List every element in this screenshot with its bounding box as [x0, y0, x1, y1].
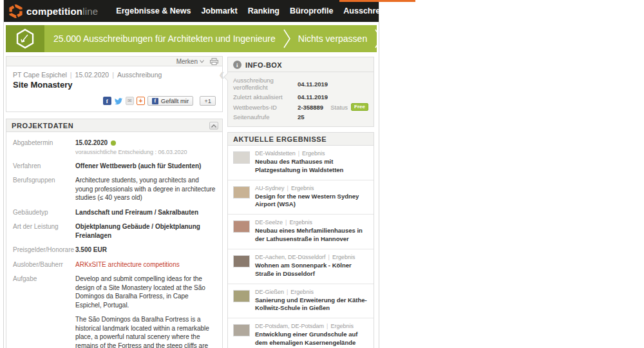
info-value: 2-358889	[298, 104, 323, 111]
result-title: Neubau eines Mehrfamilienhauses in der L…	[255, 227, 368, 244]
field-link[interactable]: ARKxSITE architecture competitions	[75, 260, 180, 269]
result-thumbnail	[233, 151, 250, 164]
result-text: DE-Waldstetten|Ergebnis Neubau des Ratha…	[255, 150, 368, 175]
facebook-icon: f	[152, 98, 158, 104]
project-data-row: Verfahren Offener Wettbewerb (auch für S…	[13, 162, 216, 171]
field-label: Gebäudetyp	[13, 208, 75, 217]
email-share-icon[interactable]: ✉	[126, 97, 134, 105]
results-header: AKTUELLE ERGEBNISSE	[228, 133, 374, 146]
result-tag: Ergebnis	[290, 289, 314, 295]
result-thumbnail	[233, 324, 250, 336]
field-label: Verfahren	[13, 162, 75, 171]
nav-item[interactable]: Jobmarkt	[196, 0, 242, 22]
chevron-separator-icon	[283, 29, 290, 48]
field-label: Berufsgruppen	[13, 176, 75, 202]
field-value: Offener Wettbewerb (auch für Studenten)	[75, 162, 216, 171]
result-text: DE-Gießen|Ergebnis Sanierung und Erweite…	[255, 289, 368, 313]
status-label: Status	[330, 104, 348, 111]
result-thumbnail	[233, 255, 250, 267]
addthis-share-icon[interactable]: +	[137, 97, 145, 105]
project-data-row: Abgabetermin 15.02.2020 voraussichtliche…	[13, 139, 216, 156]
social-share-row: f ✉ + f Gefällt mir +1	[13, 96, 216, 106]
promo-banner: 25.000 Ausschreibungen für Architekten u…	[6, 25, 377, 52]
result-meta: AU-Sydney|Ergebnis	[255, 185, 368, 191]
result-list-item[interactable]: DE-Gießen|Ergebnis Sanierung und Erweite…	[228, 284, 374, 319]
status-badge: Free	[351, 103, 368, 111]
projektdaten-title: PROJEKTDATEN	[12, 122, 73, 130]
result-title: Design for the new Western Sydney Airpor…	[255, 193, 368, 209]
brand-logo[interactable]: competitionline	[4, 0, 104, 22]
info-box-header: i INFO-BOX	[228, 57, 374, 72]
info-box-title: INFO-BOX	[245, 61, 282, 69]
project-data-row: Aufgabe Develop and submit compelling id…	[13, 275, 216, 348]
field-value: Develop and submit compelling ideas for …	[75, 275, 216, 348]
result-text: DE-Aachen, DE-Düsseldorf|Ergebnis Wohnen…	[255, 254, 368, 278]
project-data-row: Preisgelder/Honorare 3.500 EUR	[13, 246, 216, 255]
breadcrumb-type: Ausschreibung	[117, 71, 162, 79]
nav-item[interactable]: Ergebnisse & News	[111, 0, 196, 22]
field-text: 3.500 EUR	[75, 246, 107, 253]
nav-item-label: Jobmarkt	[201, 6, 237, 15]
result-thumbnail	[233, 290, 250, 302]
result-list-item[interactable]: DE-Waldstetten|Ergebnis Neubau des Ratha…	[228, 146, 374, 180]
printer-icon[interactable]	[210, 58, 218, 65]
info-label: Wettbewerbs-ID	[233, 104, 298, 111]
nav-item[interactable]: Ausschreibungen	[338, 0, 417, 22]
projektdaten-card: PROJEKTDATEN Abgabetermin 15.02.2020 vor…	[6, 119, 223, 348]
nav-item[interactable]: Ranking	[243, 0, 285, 22]
hexagon-logo-icon	[9, 5, 23, 18]
result-list-item[interactable]: DE-Aachen, DE-Düsseldorf|Ergebnis Wohnen…	[228, 249, 374, 284]
deadline-status-dot	[111, 140, 116, 146]
result-meta: DE-Seelze|Ergebnis	[255, 219, 368, 226]
result-list-item[interactable]: DE-Seelze|Ergebnis Neubau eines Mehrfami…	[228, 215, 374, 249]
like-label: Gefällt mir	[161, 97, 189, 104]
info-value: 25	[298, 113, 305, 121]
info-label: Seitenaufrufe	[233, 113, 298, 121]
result-thumbnail	[233, 220, 250, 233]
result-list-item[interactable]: DE-Potsdam, DE-Potsdam|Ergebnis Entwickl…	[228, 318, 374, 348]
field-label: Preisgelder/Honorare	[13, 246, 75, 255]
page-title: Site Monastery	[13, 80, 216, 90]
field-value: 15.02.2020 voraussichtliche Entscheidung…	[75, 139, 216, 156]
project-data-row: Auslober/Bauherr ARKxSITE architecture c…	[13, 260, 216, 269]
sidebar: i INFO-BOX Ausschreibung veröffentlicht …	[227, 56, 374, 348]
google-plusone-button[interactable]: +1	[200, 96, 216, 106]
login-link[interactable]: Anmelden	[417, 0, 463, 22]
field-text: 15.02.2020	[75, 139, 108, 146]
result-title: Neubau des Rathauses mit Platzgestaltung…	[255, 158, 368, 175]
twitter-share-icon[interactable]	[114, 97, 123, 105]
main-nav: Ergebnisse & News Jobmarkt Ranking Bürop…	[111, 0, 417, 22]
project-data-row: Berufsgruppen Architecture students, you…	[13, 176, 216, 202]
merken-dropdown[interactable]: Merken	[176, 58, 204, 65]
aktuelle-ergebnisse-card: AKTUELLE ERGEBNISSE DE-Waldstetten|Ergeb…	[227, 132, 374, 348]
field-value: Objektplanung Gebäude / Objektplanung Fr…	[75, 222, 216, 240]
banner-tagline: Nichts verpassen	[298, 34, 367, 44]
field-value: 3.500 EUR	[75, 246, 216, 255]
facebook-like-button[interactable]: f Gefällt mir	[147, 96, 193, 106]
nav-item-label: Ergebnisse & News	[116, 6, 191, 15]
result-location: AU-Sydney	[255, 185, 285, 191]
info-row: Wettbewerbs-ID 2-358889 Status Free	[228, 102, 374, 112]
result-location: DE-Aachen, DE-Düsseldorf	[255, 254, 326, 260]
field-paragraphs: Develop and submit compelling ideas for …	[75, 275, 216, 348]
chevron-down-icon	[200, 60, 204, 63]
result-location: DE-Gießen	[255, 289, 284, 295]
chevron-separator-icon	[375, 29, 377, 48]
breadcrumb-location: PT Cape Espichel	[13, 71, 67, 79]
info-row: Zuletzt aktualisiert 04.11.2019	[228, 92, 374, 102]
nav-item-label: Büroprofile	[290, 6, 333, 15]
collapse-section-button[interactable]	[209, 122, 218, 130]
field-label: Abgabetermin	[13, 139, 75, 156]
result-location: DE-Waldstetten	[255, 150, 296, 157]
field-label: Art der Leistung	[13, 222, 75, 240]
facebook-share-icon[interactable]: f	[103, 97, 111, 105]
field-value: Landschaft und Freiraum / Sakralbauten	[75, 208, 216, 217]
result-list-item[interactable]: AU-Sydney|Ergebnis Design for the new We…	[228, 180, 374, 215]
nav-item[interactable]: Büroprofile	[285, 0, 338, 22]
field-value: ARKxSITE architecture competitions	[75, 260, 216, 269]
field-text: Landschaft und Freiraum / Sakralbauten	[75, 209, 198, 216]
field-text: Architecture students, young architects …	[75, 177, 215, 201]
results-title: AKTUELLE ERGEBNISSE	[233, 135, 327, 143]
project-header-card: PT Cape Espichel|15.02.2020|Ausschreibun…	[6, 66, 223, 112]
hamburger-menu-icon[interactable]	[463, 0, 487, 22]
